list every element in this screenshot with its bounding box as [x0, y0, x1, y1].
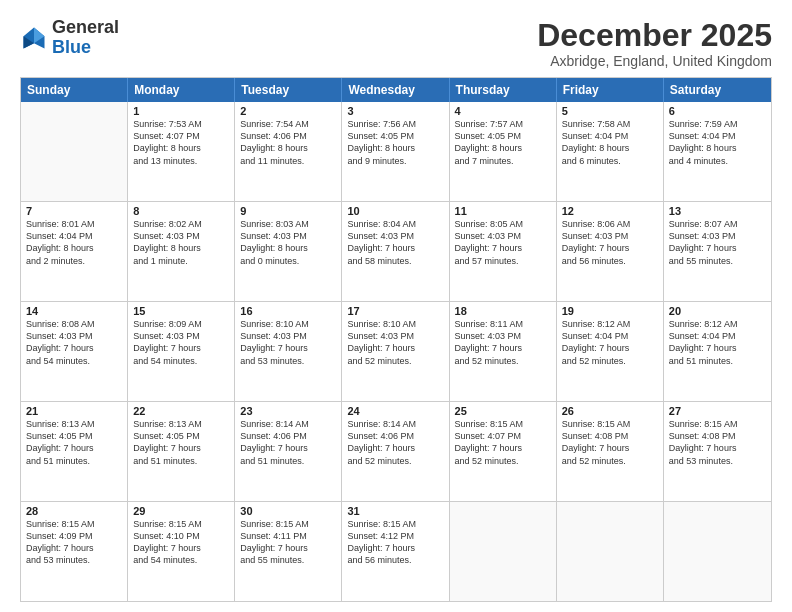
- day-number: 20: [669, 305, 766, 317]
- weekday-header-wednesday: Wednesday: [342, 78, 449, 102]
- day-number: 10: [347, 205, 443, 217]
- day-number: 16: [240, 305, 336, 317]
- day-number: 3: [347, 105, 443, 117]
- weekday-header-monday: Monday: [128, 78, 235, 102]
- day-info: Sunrise: 8:13 AMSunset: 4:05 PMDaylight:…: [133, 418, 229, 467]
- calendar-week-2: 7Sunrise: 8:01 AMSunset: 4:04 PMDaylight…: [21, 202, 771, 302]
- day-number: 5: [562, 105, 658, 117]
- calendar-cell: 28Sunrise: 8:15 AMSunset: 4:09 PMDayligh…: [21, 502, 128, 601]
- calendar-cell: 17Sunrise: 8:10 AMSunset: 4:03 PMDayligh…: [342, 302, 449, 401]
- day-info: Sunrise: 8:07 AMSunset: 4:03 PMDaylight:…: [669, 218, 766, 267]
- calendar-cell: 30Sunrise: 8:15 AMSunset: 4:11 PMDayligh…: [235, 502, 342, 601]
- calendar-cell: 18Sunrise: 8:11 AMSunset: 4:03 PMDayligh…: [450, 302, 557, 401]
- header: General Blue December 2025 Axbridge, Eng…: [20, 18, 772, 69]
- day-info: Sunrise: 7:57 AMSunset: 4:05 PMDaylight:…: [455, 118, 551, 167]
- day-number: 28: [26, 505, 122, 517]
- calendar-cell: [450, 502, 557, 601]
- day-number: 13: [669, 205, 766, 217]
- calendar: SundayMondayTuesdayWednesdayThursdayFrid…: [20, 77, 772, 602]
- calendar-cell: 31Sunrise: 8:15 AMSunset: 4:12 PMDayligh…: [342, 502, 449, 601]
- weekday-header-saturday: Saturday: [664, 78, 771, 102]
- calendar-cell: 9Sunrise: 8:03 AMSunset: 4:03 PMDaylight…: [235, 202, 342, 301]
- calendar-week-5: 28Sunrise: 8:15 AMSunset: 4:09 PMDayligh…: [21, 502, 771, 601]
- calendar-cell: 11Sunrise: 8:05 AMSunset: 4:03 PMDayligh…: [450, 202, 557, 301]
- day-number: 11: [455, 205, 551, 217]
- calendar-cell: 14Sunrise: 8:08 AMSunset: 4:03 PMDayligh…: [21, 302, 128, 401]
- calendar-cell: 10Sunrise: 8:04 AMSunset: 4:03 PMDayligh…: [342, 202, 449, 301]
- calendar-cell: 7Sunrise: 8:01 AMSunset: 4:04 PMDaylight…: [21, 202, 128, 301]
- day-number: 27: [669, 405, 766, 417]
- day-info: Sunrise: 7:58 AMSunset: 4:04 PMDaylight:…: [562, 118, 658, 167]
- calendar-cell: 6Sunrise: 7:59 AMSunset: 4:04 PMDaylight…: [664, 102, 771, 201]
- day-info: Sunrise: 8:15 AMSunset: 4:07 PMDaylight:…: [455, 418, 551, 467]
- day-number: 23: [240, 405, 336, 417]
- day-number: 18: [455, 305, 551, 317]
- day-info: Sunrise: 8:06 AMSunset: 4:03 PMDaylight:…: [562, 218, 658, 267]
- calendar-cell: 20Sunrise: 8:12 AMSunset: 4:04 PMDayligh…: [664, 302, 771, 401]
- day-number: 4: [455, 105, 551, 117]
- day-number: 31: [347, 505, 443, 517]
- day-info: Sunrise: 8:10 AMSunset: 4:03 PMDaylight:…: [347, 318, 443, 367]
- day-number: 30: [240, 505, 336, 517]
- location: Axbridge, England, United Kingdom: [537, 53, 772, 69]
- day-info: Sunrise: 8:15 AMSunset: 4:11 PMDaylight:…: [240, 518, 336, 567]
- day-info: Sunrise: 8:11 AMSunset: 4:03 PMDaylight:…: [455, 318, 551, 367]
- day-number: 24: [347, 405, 443, 417]
- calendar-week-3: 14Sunrise: 8:08 AMSunset: 4:03 PMDayligh…: [21, 302, 771, 402]
- day-info: Sunrise: 8:12 AMSunset: 4:04 PMDaylight:…: [562, 318, 658, 367]
- day-info: Sunrise: 8:09 AMSunset: 4:03 PMDaylight:…: [133, 318, 229, 367]
- day-info: Sunrise: 8:05 AMSunset: 4:03 PMDaylight:…: [455, 218, 551, 267]
- day-info: Sunrise: 8:15 AMSunset: 4:10 PMDaylight:…: [133, 518, 229, 567]
- page: General Blue December 2025 Axbridge, Eng…: [0, 0, 792, 612]
- day-info: Sunrise: 8:03 AMSunset: 4:03 PMDaylight:…: [240, 218, 336, 267]
- calendar-cell: 23Sunrise: 8:14 AMSunset: 4:06 PMDayligh…: [235, 402, 342, 501]
- calendar-cell: 3Sunrise: 7:56 AMSunset: 4:05 PMDaylight…: [342, 102, 449, 201]
- calendar-cell: [664, 502, 771, 601]
- day-number: 26: [562, 405, 658, 417]
- day-number: 15: [133, 305, 229, 317]
- calendar-cell: 21Sunrise: 8:13 AMSunset: 4:05 PMDayligh…: [21, 402, 128, 501]
- day-info: Sunrise: 8:01 AMSunset: 4:04 PMDaylight:…: [26, 218, 122, 267]
- calendar-header: SundayMondayTuesdayWednesdayThursdayFrid…: [21, 78, 771, 102]
- logo-text: General Blue: [52, 18, 119, 58]
- calendar-cell: 13Sunrise: 8:07 AMSunset: 4:03 PMDayligh…: [664, 202, 771, 301]
- logo-general-text: General: [52, 17, 119, 37]
- day-number: 6: [669, 105, 766, 117]
- weekday-header-friday: Friday: [557, 78, 664, 102]
- day-number: 19: [562, 305, 658, 317]
- day-info: Sunrise: 8:12 AMSunset: 4:04 PMDaylight:…: [669, 318, 766, 367]
- calendar-cell: 27Sunrise: 8:15 AMSunset: 4:08 PMDayligh…: [664, 402, 771, 501]
- logo: General Blue: [20, 18, 119, 58]
- day-number: 9: [240, 205, 336, 217]
- weekday-header-thursday: Thursday: [450, 78, 557, 102]
- calendar-cell: 5Sunrise: 7:58 AMSunset: 4:04 PMDaylight…: [557, 102, 664, 201]
- day-number: 29: [133, 505, 229, 517]
- day-info: Sunrise: 8:15 AMSunset: 4:08 PMDaylight:…: [669, 418, 766, 467]
- day-info: Sunrise: 8:14 AMSunset: 4:06 PMDaylight:…: [240, 418, 336, 467]
- weekday-header-tuesday: Tuesday: [235, 78, 342, 102]
- day-info: Sunrise: 8:15 AMSunset: 4:12 PMDaylight:…: [347, 518, 443, 567]
- calendar-cell: 2Sunrise: 7:54 AMSunset: 4:06 PMDaylight…: [235, 102, 342, 201]
- day-number: 22: [133, 405, 229, 417]
- calendar-week-4: 21Sunrise: 8:13 AMSunset: 4:05 PMDayligh…: [21, 402, 771, 502]
- day-info: Sunrise: 8:15 AMSunset: 4:09 PMDaylight:…: [26, 518, 122, 567]
- day-number: 2: [240, 105, 336, 117]
- day-number: 14: [26, 305, 122, 317]
- day-info: Sunrise: 8:14 AMSunset: 4:06 PMDaylight:…: [347, 418, 443, 467]
- calendar-cell: 24Sunrise: 8:14 AMSunset: 4:06 PMDayligh…: [342, 402, 449, 501]
- day-number: 12: [562, 205, 658, 217]
- day-info: Sunrise: 8:04 AMSunset: 4:03 PMDaylight:…: [347, 218, 443, 267]
- calendar-cell: 26Sunrise: 8:15 AMSunset: 4:08 PMDayligh…: [557, 402, 664, 501]
- calendar-cell: 19Sunrise: 8:12 AMSunset: 4:04 PMDayligh…: [557, 302, 664, 401]
- day-info: Sunrise: 8:13 AMSunset: 4:05 PMDaylight:…: [26, 418, 122, 467]
- weekday-header-sunday: Sunday: [21, 78, 128, 102]
- day-number: 17: [347, 305, 443, 317]
- calendar-cell: 4Sunrise: 7:57 AMSunset: 4:05 PMDaylight…: [450, 102, 557, 201]
- logo-blue-text: Blue: [52, 37, 91, 57]
- title-block: December 2025 Axbridge, England, United …: [537, 18, 772, 69]
- calendar-cell: [557, 502, 664, 601]
- day-number: 25: [455, 405, 551, 417]
- day-number: 8: [133, 205, 229, 217]
- day-info: Sunrise: 8:08 AMSunset: 4:03 PMDaylight:…: [26, 318, 122, 367]
- calendar-body: 1Sunrise: 7:53 AMSunset: 4:07 PMDaylight…: [21, 102, 771, 601]
